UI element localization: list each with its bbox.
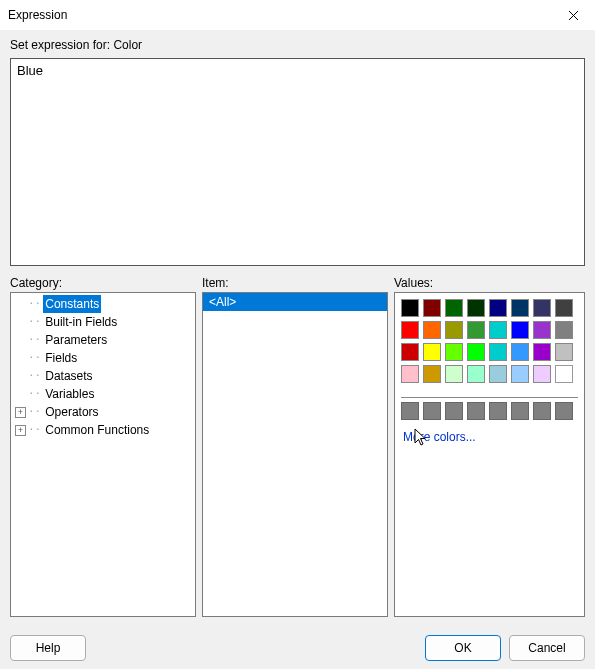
- cancel-button[interactable]: Cancel: [509, 635, 585, 661]
- color-swatch[interactable]: [401, 299, 419, 317]
- set-expression-label: Set expression for: Color: [10, 38, 585, 52]
- custom-swatch-row: [395, 402, 584, 424]
- swatch-separator: [401, 397, 578, 398]
- custom-color-swatch[interactable]: [489, 402, 507, 420]
- color-swatch[interactable]: [555, 365, 573, 383]
- color-swatch[interactable]: [511, 321, 529, 339]
- tree-item-variables[interactable]: ··Variables: [11, 385, 195, 403]
- color-swatch[interactable]: [401, 343, 419, 361]
- color-swatch[interactable]: [489, 321, 507, 339]
- color-swatch[interactable]: [401, 321, 419, 339]
- expression-input[interactable]: [10, 58, 585, 266]
- tree-item-label: Fields: [43, 349, 79, 367]
- color-swatch[interactable]: [489, 365, 507, 383]
- values-panel: Values: More colors...: [394, 276, 585, 617]
- color-swatch[interactable]: [533, 365, 551, 383]
- help-button[interactable]: Help: [10, 635, 86, 661]
- expression-dialog: Expression Set expression for: Color Cat…: [0, 0, 595, 669]
- more-colors-link[interactable]: More colors...: [395, 424, 584, 450]
- close-icon: [568, 10, 579, 21]
- tree-item-label: Operators: [43, 403, 100, 421]
- custom-color-swatch[interactable]: [511, 402, 529, 420]
- tree-item-label: Datasets: [43, 367, 94, 385]
- tree-item-constants[interactable]: ··Constants: [11, 295, 195, 313]
- window-title: Expression: [8, 8, 67, 22]
- values-label: Values:: [394, 276, 585, 290]
- color-swatch[interactable]: [423, 299, 441, 317]
- color-swatch[interactable]: [533, 299, 551, 317]
- item-list[interactable]: <All>: [202, 292, 388, 617]
- custom-color-swatch[interactable]: [467, 402, 485, 420]
- button-bar: Help OK Cancel: [0, 627, 595, 669]
- color-swatch[interactable]: [445, 321, 463, 339]
- custom-color-swatch[interactable]: [555, 402, 573, 420]
- color-swatch[interactable]: [401, 365, 419, 383]
- item-label: Item:: [202, 276, 388, 290]
- tree-item-operators[interactable]: +··Operators: [11, 403, 195, 421]
- color-swatch[interactable]: [555, 343, 573, 361]
- tree-item-label: Parameters: [43, 331, 109, 349]
- tree-item-label: Variables: [43, 385, 96, 403]
- tree-item-fields[interactable]: ··Fields: [11, 349, 195, 367]
- color-swatch[interactable]: [445, 365, 463, 383]
- content-area: Set expression for: Color Category: ··Co…: [0, 30, 595, 627]
- close-button[interactable]: [559, 3, 587, 27]
- color-swatch[interactable]: [467, 321, 485, 339]
- color-swatch[interactable]: [555, 321, 573, 339]
- color-swatch[interactable]: [533, 321, 551, 339]
- color-swatch[interactable]: [555, 299, 573, 317]
- ok-button[interactable]: OK: [425, 635, 501, 661]
- color-swatch[interactable]: [467, 365, 485, 383]
- category-tree[interactable]: ··Constants··Built-in Fields··Parameters…: [10, 292, 196, 617]
- tree-item-parameters[interactable]: ··Parameters: [11, 331, 195, 349]
- category-label: Category:: [10, 276, 196, 290]
- color-swatch[interactable]: [423, 321, 441, 339]
- color-swatch[interactable]: [467, 299, 485, 317]
- expand-icon[interactable]: +: [15, 425, 26, 436]
- custom-color-swatch[interactable]: [533, 402, 551, 420]
- custom-color-swatch[interactable]: [423, 402, 441, 420]
- panels: Category: ··Constants··Built-in Fields··…: [10, 276, 585, 617]
- tree-item-label: Built-in Fields: [43, 313, 119, 331]
- tree-item-built-in-fields[interactable]: ··Built-in Fields: [11, 313, 195, 331]
- color-swatch[interactable]: [511, 365, 529, 383]
- color-swatch[interactable]: [423, 343, 441, 361]
- tree-item-label: Common Functions: [43, 421, 151, 439]
- color-swatch[interactable]: [533, 343, 551, 361]
- tree-item-datasets[interactable]: ··Datasets: [11, 367, 195, 385]
- color-swatch[interactable]: [489, 299, 507, 317]
- category-panel: Category: ··Constants··Built-in Fields··…: [10, 276, 196, 617]
- custom-color-swatch[interactable]: [445, 402, 463, 420]
- color-swatch[interactable]: [423, 365, 441, 383]
- color-swatch[interactable]: [511, 299, 529, 317]
- color-swatch[interactable]: [445, 299, 463, 317]
- color-swatch[interactable]: [489, 343, 507, 361]
- tree-item-common-functions[interactable]: +··Common Functions: [11, 421, 195, 439]
- color-swatch[interactable]: [467, 343, 485, 361]
- tree-item-label: Constants: [43, 295, 101, 313]
- item-panel: Item: <All>: [202, 276, 388, 617]
- values-box: More colors...: [394, 292, 585, 617]
- color-swatch[interactable]: [511, 343, 529, 361]
- color-swatch-grid: [395, 293, 584, 393]
- expand-icon[interactable]: +: [15, 407, 26, 418]
- custom-color-swatch[interactable]: [401, 402, 419, 420]
- color-swatch[interactable]: [445, 343, 463, 361]
- titlebar: Expression: [0, 0, 595, 30]
- list-item[interactable]: <All>: [203, 293, 387, 311]
